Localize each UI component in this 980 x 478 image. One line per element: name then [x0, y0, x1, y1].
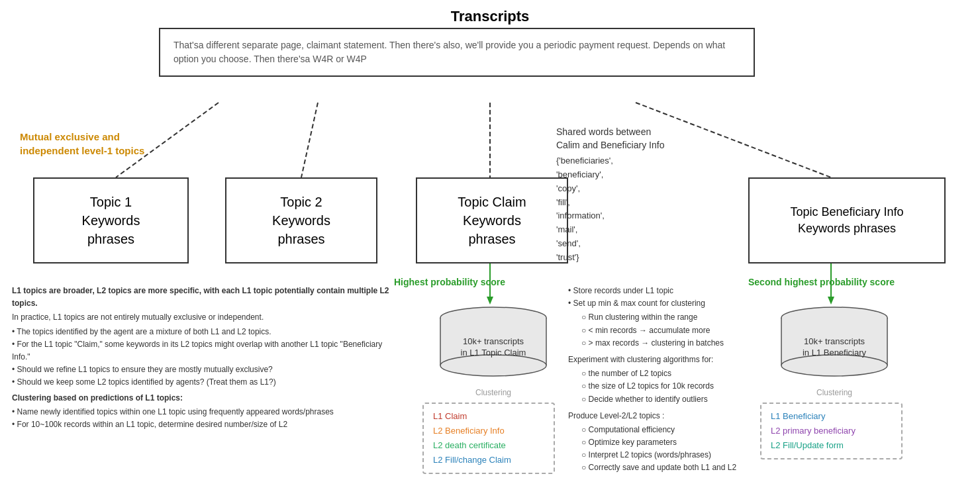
l1-claim-label: L1 Claim — [433, 409, 544, 424]
shared-words-box: Shared words betweenCalim and Beneficiar… — [556, 126, 664, 265]
left-bullet-text: L1 topics are broader, L2 topics are mor… — [12, 285, 396, 431]
svg-text:10k+ transcripts: 10k+ transcripts — [463, 336, 524, 346]
mutual-exclusive-label: Mutual exclusive andindependent level-1 … — [20, 130, 144, 158]
svg-text:in L1 Topic Claim: in L1 Topic Claim — [461, 348, 526, 358]
cylinder-bene: 10k+ transcripts in L1 Beneficiary — [778, 306, 891, 379]
l2-fillupdate-label: L2 Fill/Update form — [771, 438, 892, 453]
topic2-box: Topic 2 Keywords phrases — [225, 177, 377, 263]
svg-line-3 — [636, 103, 831, 177]
shared-words-title: Shared words betweenCalim and Beneficiar… — [556, 126, 664, 152]
svg-point-12 — [440, 355, 546, 376]
dashed-claim-box: L1 Claim L2 Beneficiary Info L2 death ce… — [422, 403, 555, 474]
l2-beneficiary-label: L2 Beneficiary Info — [433, 424, 544, 438]
topicclaim-label: Topic Claim Keywords phrases — [458, 193, 526, 248]
right-bullet-text-middle: Store records under L1 topic Set up min … — [568, 285, 760, 475]
topicclaim-box: Topic Claim Keywords phrases — [416, 177, 568, 263]
shared-words-list: {'beneficiaries', 'beneficiary', 'copy',… — [556, 154, 664, 264]
page-title: Transcripts — [451, 8, 530, 25]
clustering-label-bene: Clustering — [816, 388, 852, 397]
l2-primary-label: L2 primary beneficiary — [771, 424, 892, 438]
topicbene-box: Topic Beneficiary Info Keywords phrases — [748, 177, 946, 263]
prob-second-label: Second highest probability score — [748, 277, 895, 287]
transcript-box: That'sa different separate page, claiman… — [159, 28, 755, 77]
dashed-bene-box: L1 Beneficiary L2 primary beneficiary L2… — [760, 403, 903, 459]
transcript-text: That'sa different separate page, claiman… — [173, 40, 725, 64]
clustering-label-claim: Clustering — [475, 388, 511, 397]
topic1-label: Topic 1 Keywords phrases — [82, 193, 140, 248]
svg-text:in L1  Beneficiary: in L1 Beneficiary — [803, 348, 867, 358]
l1-beneficiary-label: L1 Beneficiary — [771, 409, 892, 424]
topicbene-label: Topic Beneficiary Info Keywords phrases — [790, 204, 903, 237]
l2-death-label: L2 death certificate — [433, 438, 544, 453]
svg-text:10k+ transcripts: 10k+ transcripts — [804, 336, 865, 346]
topic2-label: Topic 2 Keywords phrases — [272, 193, 330, 248]
topic1-box: Topic 1 Keywords phrases — [33, 177, 189, 263]
svg-marker-7 — [828, 297, 834, 305]
l2-fill-label: L2 Fill/change Claim — [433, 453, 544, 467]
svg-line-1 — [301, 103, 318, 177]
prob-high-label: Highest probability score — [394, 277, 505, 287]
svg-marker-5 — [487, 297, 493, 305]
svg-point-19 — [781, 355, 887, 376]
cylinder-claim: 10k+ transcripts in L1 Topic Claim — [437, 306, 550, 379]
